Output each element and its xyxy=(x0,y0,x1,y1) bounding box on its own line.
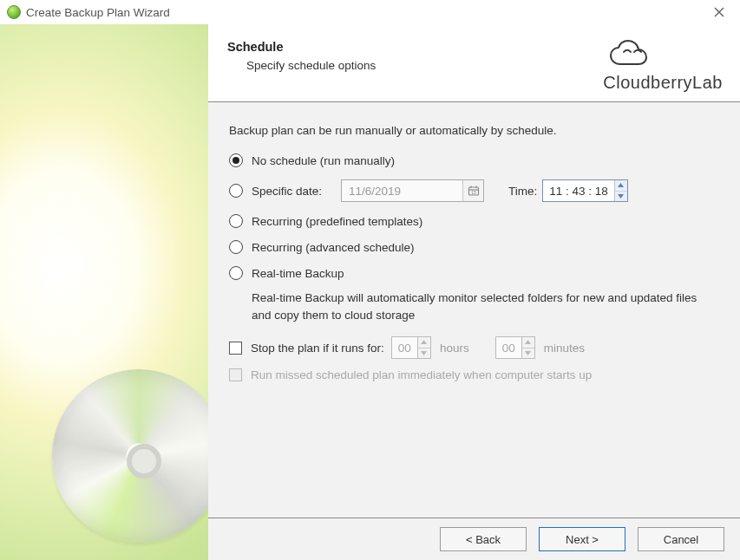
spinner-up[interactable] xyxy=(522,337,534,348)
radio-icon xyxy=(229,184,243,198)
back-label: < Back xyxy=(466,533,501,546)
svg-marker-12 xyxy=(525,351,531,355)
time-label: Time: xyxy=(508,185,537,198)
close-icon xyxy=(714,7,724,17)
spinner-down[interactable] xyxy=(522,348,534,359)
spinner-down[interactable] xyxy=(418,348,430,359)
date-input[interactable]: 11/6/2019 15 xyxy=(341,179,484,202)
svg-marker-8 xyxy=(618,194,624,199)
option-realtime[interactable]: Real-time Backup xyxy=(229,262,719,284)
svg-marker-9 xyxy=(421,340,427,344)
spinner-up[interactable] xyxy=(418,337,430,348)
run-missed-checkbox xyxy=(229,368,242,381)
run-missed-label: Run missed scheduled plan immediately wh… xyxy=(251,368,592,381)
minutes-input[interactable]: 00 xyxy=(495,336,535,359)
back-button[interactable]: < Back xyxy=(440,527,527,551)
option-label: No schedule (run manually) xyxy=(252,154,395,167)
next-label: Next > xyxy=(566,533,599,546)
radio-icon xyxy=(229,214,243,228)
hours-value: 00 xyxy=(392,337,417,358)
run-missed-row: Run missed scheduled plan immediately wh… xyxy=(229,363,719,386)
cancel-label: Cancel xyxy=(664,533,698,546)
option-label: Real-time Backup xyxy=(252,267,344,280)
cloud-icon xyxy=(603,40,723,71)
page-subtitle: Specify schedule options xyxy=(246,59,603,72)
svg-text:15: 15 xyxy=(471,190,476,195)
option-recurring-predefined[interactable]: Recurring (predefined templates) xyxy=(229,210,719,232)
panel: Backup plan can be run manually or autom… xyxy=(208,102,740,518)
option-label: Recurring (advanced schedule) xyxy=(252,241,415,254)
radio-icon xyxy=(229,153,243,167)
title-bar: Create Backup Plan Wizard xyxy=(0,0,740,24)
header: Schedule Specify schedule options Cloudb… xyxy=(208,24,740,102)
intro-text: Backup plan can be run manually or autom… xyxy=(229,124,719,137)
window-title: Create Backup Plan Wizard xyxy=(26,6,705,19)
realtime-description: Real-time Backup will automatically moni… xyxy=(252,290,703,323)
sidebar-graphic xyxy=(0,24,208,560)
option-no-schedule[interactable]: No schedule (run manually) xyxy=(229,149,719,172)
option-specific-date[interactable]: Specific date: 11/6/2019 15 Time: 1 xyxy=(229,175,719,206)
radio-icon xyxy=(229,266,243,280)
main: Schedule Specify schedule options Cloudb… xyxy=(0,24,740,560)
brand: CloudberryLab xyxy=(603,40,723,93)
stop-label: Stop the plan if it runs for: xyxy=(251,342,384,355)
radio-icon xyxy=(229,240,243,254)
svg-marker-7 xyxy=(618,183,624,187)
page-title: Schedule xyxy=(227,40,603,54)
option-recurring-advanced[interactable]: Recurring (advanced schedule) xyxy=(229,236,719,258)
minutes-unit: minutes xyxy=(544,342,585,355)
content: Schedule Specify schedule options Cloudb… xyxy=(208,24,740,560)
spinner-down[interactable] xyxy=(615,191,627,202)
hours-input[interactable]: 00 xyxy=(391,336,431,359)
minutes-value: 00 xyxy=(496,337,521,358)
hours-unit: hours xyxy=(440,342,469,355)
spinner-up[interactable] xyxy=(615,180,627,191)
next-button[interactable]: Next > xyxy=(539,527,625,551)
calendar-icon[interactable]: 15 xyxy=(462,180,483,201)
svg-marker-10 xyxy=(421,351,427,355)
disc-graphic xyxy=(52,369,208,543)
time-value: 11 : 43 : 18 xyxy=(543,180,614,201)
stop-checkbox[interactable] xyxy=(229,342,242,355)
svg-marker-11 xyxy=(525,340,531,344)
time-input[interactable]: 11 : 43 : 18 xyxy=(542,179,628,202)
footer: < Back Next > Cancel xyxy=(208,518,740,560)
date-value: 11/6/2019 xyxy=(342,185,462,198)
cancel-button[interactable]: Cancel xyxy=(638,527,724,551)
app-icon xyxy=(7,5,21,19)
brand-name: CloudberryLab xyxy=(603,73,723,93)
stop-plan-row: Stop the plan if it runs for: 00 hours 0… xyxy=(229,332,719,363)
option-label: Recurring (predefined templates) xyxy=(252,215,422,228)
close-button[interactable] xyxy=(705,0,733,24)
option-label: Specific date: xyxy=(252,185,322,198)
